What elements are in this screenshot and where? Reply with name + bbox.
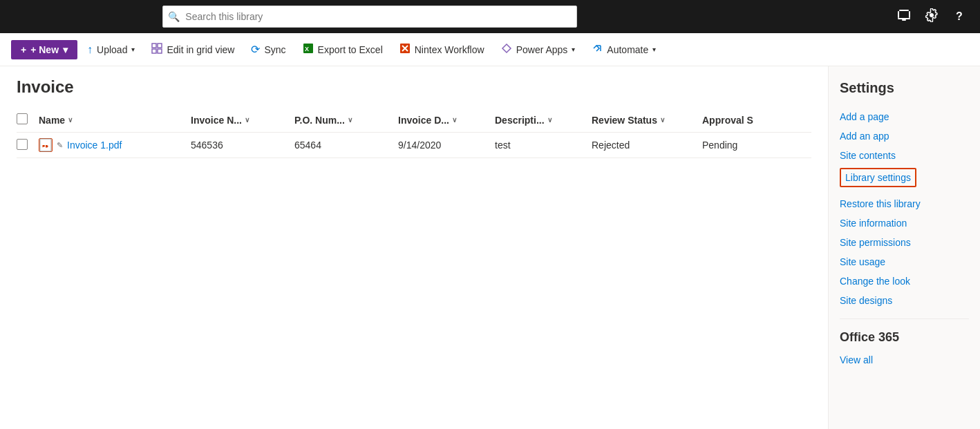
export-excel-label: Export to Excel: [318, 44, 383, 55]
svg-text:X: X: [305, 46, 309, 53]
site-designs-link[interactable]: Site designs: [840, 294, 969, 307]
automate-button[interactable]: Automate ▾: [585, 39, 663, 61]
row-approval-value: Pending: [702, 140, 737, 151]
export-excel-icon: X: [303, 43, 314, 57]
row-review-value: Rejected: [592, 140, 630, 151]
descr-sort-icon: ∨: [547, 116, 552, 124]
col-check-header: [17, 113, 39, 126]
automate-chevron-icon: ▾: [652, 46, 656, 53]
review-sort-icon: ∨: [660, 116, 665, 124]
row-name-cell: ✎ Invoice 1.pdf: [39, 138, 191, 152]
top-bar-actions: ?: [892, 4, 972, 29]
invoice-d-col-label: Invoice D...: [398, 115, 449, 126]
edit-grid-icon: [151, 43, 162, 57]
upload-icon: ↑: [87, 44, 93, 56]
site-usage-link[interactable]: Site usage: [840, 255, 969, 269]
settings-divider: [840, 318, 969, 319]
review-sort-header[interactable]: Review Status ∨: [592, 115, 702, 126]
svg-rect-7: [152, 49, 156, 53]
row-invoice-d-value: 9/14/2020: [398, 140, 441, 151]
col-invoice-d-header[interactable]: Invoice D... ∨: [398, 115, 495, 126]
descr-col-label: Descripti...: [495, 115, 545, 126]
row-descr-value: test: [495, 140, 511, 151]
row-descr-cell: test: [495, 140, 592, 151]
col-descr-header[interactable]: Descripti... ∨: [495, 115, 592, 126]
file-name-link[interactable]: Invoice 1.pdf: [67, 140, 122, 151]
restore-library-link[interactable]: Restore this library: [840, 197, 969, 211]
help-button[interactable]: ?: [947, 4, 972, 29]
col-approval-header: Approval S: [702, 115, 785, 126]
sync-icon: ⟳: [251, 43, 260, 56]
notification-icon: [897, 8, 911, 26]
row-approval-cell: Pending: [702, 140, 785, 151]
change-look-link[interactable]: Change the look: [840, 274, 969, 288]
row-review-cell: Rejected: [592, 140, 702, 151]
page-title: Invoice: [17, 77, 811, 97]
row-invoice-n-value: 546536: [191, 140, 223, 151]
new-label: + New: [30, 44, 59, 55]
col-name-header[interactable]: Name ∨: [39, 115, 191, 126]
select-all-checkbox[interactable]: [17, 113, 28, 124]
site-information-link[interactable]: Site information: [840, 216, 969, 230]
col-review-header[interactable]: Review Status ∨: [592, 115, 702, 126]
svg-rect-2: [909, 11, 910, 18]
settings-panel: Settings Add a page Add an app Site cont…: [828, 66, 980, 429]
invoice-d-sort-header[interactable]: Invoice D... ∨: [398, 115, 495, 126]
add-app-link[interactable]: Add an app: [840, 129, 969, 143]
name-col-label: Name: [39, 115, 65, 126]
document-table: Name ∨ Invoice N... ∨ P.O. Num... ∨: [17, 108, 811, 158]
name-sort-icon: ∨: [68, 116, 73, 124]
invoice-n-sort-header[interactable]: Invoice N... ∨: [191, 115, 294, 126]
library-settings-link[interactable]: Library settings: [840, 168, 916, 187]
table-row: ✎ Invoice 1.pdf 546536 65464 9/14/2020 t…: [17, 133, 811, 158]
export-excel-button[interactable]: X Export to Excel: [296, 39, 390, 61]
svg-rect-0: [899, 10, 909, 11]
sync-button[interactable]: ⟳ Sync: [244, 39, 292, 60]
new-plus-icon: +: [21, 44, 26, 55]
settings-title: Settings: [840, 80, 969, 96]
po-num-col-label: P.O. Num...: [294, 115, 345, 126]
new-chevron-icon: ▾: [63, 44, 68, 55]
name-sort-header[interactable]: Name ∨: [39, 115, 73, 126]
powerapps-label: Power Apps: [516, 44, 568, 55]
nintex-label: Nintex Workflow: [415, 44, 484, 55]
add-page-link[interactable]: Add a page: [840, 110, 969, 124]
edit-grid-button[interactable]: Edit in grid view: [144, 39, 241, 61]
review-col-label: Review Status: [592, 115, 657, 126]
row-po-num-value: 65464: [294, 140, 321, 151]
site-contents-link[interactable]: Site contents: [840, 149, 969, 162]
notification-button[interactable]: [892, 4, 916, 29]
row-checkbox[interactable]: [17, 139, 28, 150]
col-po-num-header[interactable]: P.O. Num... ∨: [294, 115, 398, 126]
command-bar: + + New ▾ ↑ Upload ▾ Edit in grid view ⟳…: [0, 33, 980, 66]
content-area: Invoice Name ∨ Invoice N... ∨: [0, 66, 828, 429]
svg-rect-4: [902, 19, 906, 21]
nintex-button[interactable]: Nintex Workflow: [393, 39, 491, 61]
svg-rect-6: [158, 44, 162, 48]
powerapps-icon: [501, 43, 512, 57]
upload-label: Upload: [97, 44, 127, 55]
settings-button[interactable]: [919, 4, 944, 29]
svg-rect-1: [898, 11, 899, 18]
powerapps-button[interactable]: Power Apps ▾: [494, 39, 583, 61]
row-name-edit-icon: ✎: [57, 141, 63, 150]
new-button[interactable]: + + New ▾: [11, 40, 77, 59]
approval-col-label: Approval S: [702, 115, 753, 126]
col-invoice-n-header[interactable]: Invoice N... ∨: [191, 115, 294, 126]
search-input[interactable]: [162, 6, 577, 28]
sync-label: Sync: [264, 44, 285, 55]
invoice-d-sort-icon: ∨: [452, 116, 457, 124]
site-permissions-link[interactable]: Site permissions: [840, 236, 969, 249]
po-num-sort-header[interactable]: P.O. Num... ∨: [294, 115, 398, 126]
upload-chevron-icon: ▾: [131, 46, 135, 53]
automate-icon: [592, 43, 603, 57]
view-all-link[interactable]: View all: [840, 353, 969, 367]
powerapps-chevron-icon: ▾: [572, 46, 575, 53]
descr-sort-header[interactable]: Descripti... ∨: [495, 115, 592, 126]
row-invoice-n-cell: 546536: [191, 140, 294, 151]
invoice-n-col-label: Invoice N...: [191, 115, 242, 126]
po-num-sort-icon: ∨: [348, 116, 352, 124]
row-po-num-cell: 65464: [294, 140, 398, 151]
svg-rect-5: [152, 44, 156, 48]
upload-button[interactable]: ↑ Upload ▾: [80, 39, 142, 60]
